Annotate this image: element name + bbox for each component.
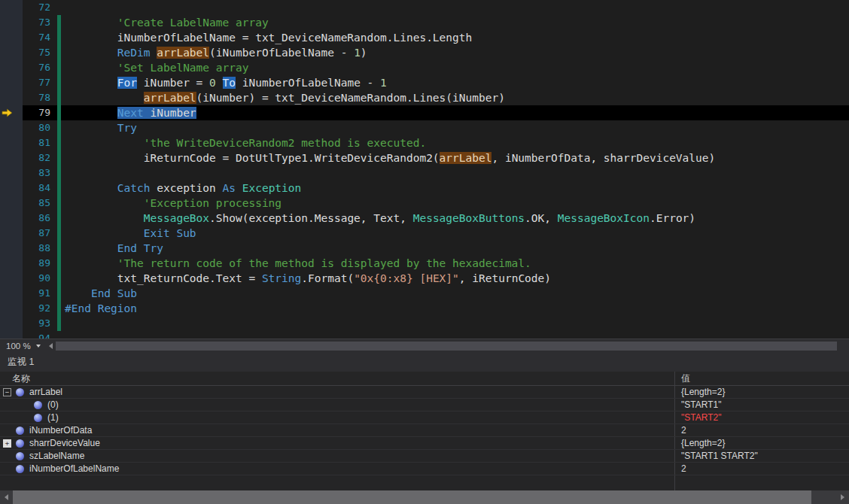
code-token [236, 182, 242, 194]
watch-name-cell[interactable]: szLabelName [0, 450, 675, 462]
breakpoint-margin[interactable] [0, 165, 23, 181]
watch-name-cell[interactable]: iNumberOfLabelName [0, 463, 675, 475]
code-text[interactable]: arrLabel(iNumber) = txt_DeviceNameRandom… [61, 90, 849, 105]
watch-hscrollbar[interactable] [0, 490, 849, 504]
watch-row[interactable]: iNumberOfData2 [0, 424, 849, 437]
breakpoint-margin[interactable] [0, 0, 23, 15]
breakpoint-margin[interactable] [0, 286, 23, 301]
code-token [216, 77, 223, 89]
expand-icon[interactable]: + [3, 439, 11, 448]
breakpoint-margin[interactable] [0, 15, 23, 30]
breakpoint-margin[interactable] [0, 30, 23, 45]
breakpoint-margin[interactable] [0, 241, 23, 256]
watch-value[interactable]: 2 [675, 424, 849, 436]
code-text[interactable]: ReDim arrLabel(iNumberOfLabelName - 1) [61, 45, 849, 60]
breakpoint-margin[interactable] [0, 150, 23, 165]
code-text[interactable]: End Sub [61, 286, 849, 301]
watch-row[interactable]: iNumberOfLabelName2 [0, 463, 849, 475]
breakpoint-margin[interactable] [0, 181, 23, 196]
code-text[interactable]: txt_ReturnCode.Text = String.Format("0x{… [61, 271, 849, 286]
watch-name-cell[interactable]: −arrLabel [0, 386, 675, 398]
watch-value[interactable]: "START2" [675, 411, 849, 424]
watch-scroll-right-button[interactable] [836, 490, 849, 504]
watch-row[interactable]: −arrLabel{Length=2} [0, 386, 849, 399]
code-text[interactable]: For iNumber = 0 To iNumberOfLabelName - … [61, 75, 849, 90]
scroll-left-button[interactable] [45, 339, 56, 352]
watch-name: iNumberOfLabelName [29, 463, 119, 474]
watch-row[interactable]: (1)"START2" [0, 411, 849, 424]
column-header-name[interactable]: 名称 [0, 372, 675, 385]
watch-value[interactable]: 2 [675, 463, 849, 475]
watch-row[interactable]: +sharrDeviceValue{Length=2} [0, 437, 849, 450]
breakpoint-margin[interactable] [0, 75, 23, 90]
watch-row[interactable]: szLabelName"START1 START2" [0, 450, 849, 463]
code-token: arrLabel [157, 47, 209, 59]
breakpoint-margin[interactable] [0, 60, 23, 75]
code-text[interactable]: iNumberOfLabelName = txt_DeviceNameRando… [61, 30, 849, 45]
code-text[interactable] [61, 316, 849, 331]
code-token: As [223, 182, 236, 194]
line-number: 88 [23, 241, 57, 256]
breakpoint-margin[interactable] [0, 301, 23, 316]
breakpoint-margin[interactable] [0, 196, 23, 211]
breakpoint-margin[interactable] [0, 45, 23, 60]
watch-value[interactable]: "START1 START2" [675, 450, 849, 462]
watch-name-cell[interactable]: (1) [0, 411, 675, 424]
code-line-84: 84Catch exception As Exception [0, 181, 849, 196]
watch-row[interactable]: (0)"START1" [0, 399, 849, 411]
editor-hscroll-thumb[interactable] [56, 342, 837, 351]
code-text[interactable]: End Try [61, 241, 849, 256]
line-number: 74 [23, 30, 57, 45]
code-text[interactable] [61, 165, 849, 181]
code-token: Catch [117, 182, 151, 194]
watch-scroll-left-button[interactable] [0, 490, 13, 504]
breakpoint-margin[interactable] [0, 316, 23, 331]
breakpoint-margin[interactable] [0, 226, 23, 241]
code-text[interactable]: MessageBox.Show(exception.Message, Text,… [61, 211, 849, 226]
selection-highlight: Next iNumber [117, 107, 196, 119]
column-header-value[interactable]: 值 [675, 372, 849, 385]
code-line-79: 79Next iNumber [0, 105, 849, 120]
zoom-control[interactable]: 100 % [0, 339, 45, 352]
breakpoint-margin[interactable] [0, 90, 23, 105]
watch-value[interactable]: {Length=2} [675, 386, 849, 398]
code-line-89: 89'The return code of the method is disp… [0, 256, 849, 271]
code-text[interactable]: 'the WriteDeviceRandom2 method is execut… [61, 135, 849, 150]
breakpoint-margin[interactable] [0, 256, 23, 271]
code-text[interactable]: 'Create LabelName array [61, 15, 849, 30]
collapse-icon[interactable]: − [3, 388, 11, 396]
watch-name-cell[interactable]: iNumberOfData [0, 424, 675, 436]
watch-name: szLabelName [29, 451, 84, 461]
editor-hscrollbar[interactable] [45, 339, 849, 352]
line-number: 77 [23, 75, 57, 90]
breakpoint-margin[interactable] [0, 120, 23, 135]
watch-hscroll-thumb[interactable] [13, 490, 811, 504]
code-text[interactable]: #End Region [61, 301, 849, 316]
watch-empty-name-column[interactable] [0, 475, 675, 490]
watch-name-cell[interactable]: +sharrDeviceValue [0, 437, 675, 449]
line-number: 79 [23, 105, 57, 120]
breakpoint-margin[interactable] [0, 211, 23, 226]
breakpoint-margin[interactable] [0, 331, 23, 339]
watch-value[interactable]: {Length=2} [675, 437, 849, 449]
code-text[interactable]: 'The return code of the method is displa… [61, 256, 849, 271]
breakpoint-margin[interactable] [0, 135, 23, 150]
breakpoint-margin[interactable] [0, 105, 23, 120]
watch-name-cell[interactable]: (0) [0, 399, 675, 411]
editor-hscroll-track[interactable] [56, 339, 849, 352]
code-text[interactable]: Exit Sub [61, 226, 849, 241]
code-text[interactable]: Try [61, 120, 849, 135]
watch-empty-value-column [675, 475, 849, 490]
code-text[interactable] [61, 331, 849, 339]
code-text[interactable]: iReturnCode = DotUtlType1.WriteDeviceRan… [61, 150, 849, 165]
code-text[interactable]: Catch exception As Exception [61, 181, 849, 196]
code-text[interactable]: 'Set LabelName array [61, 60, 849, 75]
code-text[interactable] [61, 0, 849, 15]
code-text[interactable]: 'Exception processing [61, 196, 849, 211]
watch-value[interactable]: "START1" [675, 399, 849, 411]
line-number: 94 [23, 331, 57, 339]
code-text[interactable]: Next iNumber [61, 105, 849, 120]
watch-hscroll-track[interactable] [13, 490, 836, 504]
breakpoint-margin[interactable] [0, 271, 23, 286]
code-line-94: 94 [0, 331, 849, 339]
